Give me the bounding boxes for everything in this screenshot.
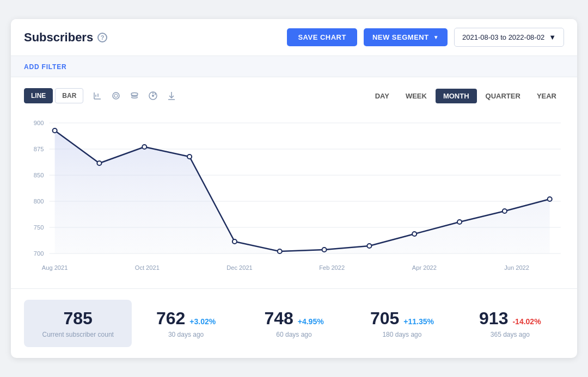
svg-text:750: 750 — [34, 224, 44, 231]
svg-text:Feb 2022: Feb 2022 — [319, 264, 345, 271]
chart-section: LINE BAR — [11, 77, 577, 286]
data-point — [278, 249, 282, 254]
svg-text:Oct 2021: Oct 2021 — [135, 264, 160, 271]
svg-point-4 — [113, 92, 119, 99]
stat-change-60: +4.95% — [298, 317, 324, 326]
stat-180days: 705 +11.35% 180 days ago — [348, 300, 456, 347]
chevron-down-icon: ▼ — [433, 34, 439, 40]
new-segment-label: NEW SEGMENT — [372, 33, 429, 41]
svg-text:Jun 2022: Jun 2022 — [504, 264, 529, 271]
goal-icon[interactable] — [148, 90, 158, 101]
data-point — [503, 209, 507, 213]
svg-point-5 — [114, 94, 118, 97]
day-button[interactable]: DAY — [367, 89, 397, 103]
chart-icons — [92, 90, 177, 101]
axis-icon[interactable] — [92, 90, 103, 101]
help-icon[interactable]: ? — [97, 33, 107, 42]
stat-value-365: 913 — [479, 308, 508, 329]
year-button[interactable]: YEAR — [529, 89, 564, 103]
data-point — [322, 248, 327, 252]
circle-icon[interactable] — [111, 90, 121, 101]
line-chart: 900 875 850 800 750 700 Aug 2021 Oct 202… — [22, 112, 566, 286]
stats-row: 785 Current subscriber count 762 +3.02% … — [11, 288, 577, 358]
stat-change-180: +11.35% — [403, 317, 434, 326]
save-chart-button[interactable]: SAVE CHART — [287, 28, 357, 46]
download-icon[interactable] — [166, 90, 177, 101]
stat-value-180: 705 — [370, 308, 399, 329]
bar-chart-button[interactable]: BAR — [55, 88, 83, 103]
stat-change-30: +3.02% — [189, 317, 216, 326]
month-button[interactable]: MONTH — [436, 89, 477, 103]
line-chart-button[interactable]: LINE — [24, 88, 53, 103]
svg-text:Dec 2021: Dec 2021 — [226, 264, 253, 271]
stat-value-current: 785 — [64, 308, 93, 329]
svg-text:800: 800 — [34, 198, 44, 205]
new-segment-button[interactable]: NEW SEGMENT ▼ — [364, 28, 448, 46]
stat-change-365: -14.02% — [512, 317, 541, 326]
stat-label-current: Current subscriber count — [35, 331, 121, 338]
stat-60days: 748 +4.95% 60 days ago — [240, 300, 348, 347]
data-point — [548, 197, 552, 201]
data-point — [97, 161, 101, 165]
stat-label-365: 365 days ago — [467, 331, 553, 338]
stat-value-60: 748 — [264, 308, 293, 329]
svg-text:700: 700 — [34, 250, 44, 257]
svg-text:875: 875 — [34, 146, 44, 152]
svg-text:900: 900 — [34, 120, 44, 126]
stat-current: 785 Current subscriber count — [24, 300, 132, 347]
svg-text:Aug 2021: Aug 2021 — [42, 264, 68, 271]
title-text: Subscribers — [24, 30, 93, 45]
stat-365days: 913 -14.02% 365 days ago — [456, 300, 564, 347]
header: Subscribers ? SAVE CHART NEW SEGMENT ▼ 2… — [11, 19, 577, 56]
data-point — [53, 128, 57, 133]
svg-text:850: 850 — [34, 172, 44, 178]
svg-text:Apr 2022: Apr 2022 — [412, 264, 437, 271]
week-button[interactable]: WEEK — [398, 89, 434, 103]
date-range-text: 2021-08-03 to 2022-08-02 — [462, 33, 544, 41]
chart-toolbar: LINE BAR — [24, 88, 564, 103]
main-card: Subscribers ? SAVE CHART NEW SEGMENT ▼ 2… — [11, 19, 577, 358]
stat-label-30: 30 days ago — [143, 331, 229, 338]
data-point — [457, 220, 462, 224]
toolbar-left: LINE BAR — [24, 88, 177, 103]
date-range-button[interactable]: 2021-08-03 to 2022-08-02 ▼ — [454, 28, 564, 47]
stat-label-60: 60 days ago — [251, 331, 337, 338]
stat-label-180: 180 days ago — [359, 331, 445, 338]
quarter-button[interactable]: QUARTER — [478, 89, 528, 103]
stat-value-30: 762 — [156, 308, 185, 329]
svg-point-6 — [131, 93, 138, 96]
add-filter-button[interactable]: ADD FILTER — [24, 63, 66, 71]
page-title: Subscribers ? — [24, 30, 280, 45]
data-point — [187, 154, 192, 159]
data-point — [142, 145, 146, 149]
data-point — [232, 239, 237, 244]
period-group: DAY WEEK MONTH QUARTER YEAR — [367, 89, 564, 103]
data-point — [367, 244, 371, 248]
stat-30days: 762 +3.02% 30 days ago — [132, 300, 240, 347]
chart-container: 900 875 850 800 750 700 Aug 2021 Oct 202… — [22, 112, 566, 286]
filter-bar: ADD FILTER — [11, 56, 577, 77]
chart-type-group: LINE BAR — [24, 88, 83, 103]
svg-point-10 — [152, 95, 154, 97]
stack-icon[interactable] — [129, 90, 140, 101]
chevron-down-icon: ▼ — [549, 33, 556, 41]
data-point — [412, 232, 416, 236]
